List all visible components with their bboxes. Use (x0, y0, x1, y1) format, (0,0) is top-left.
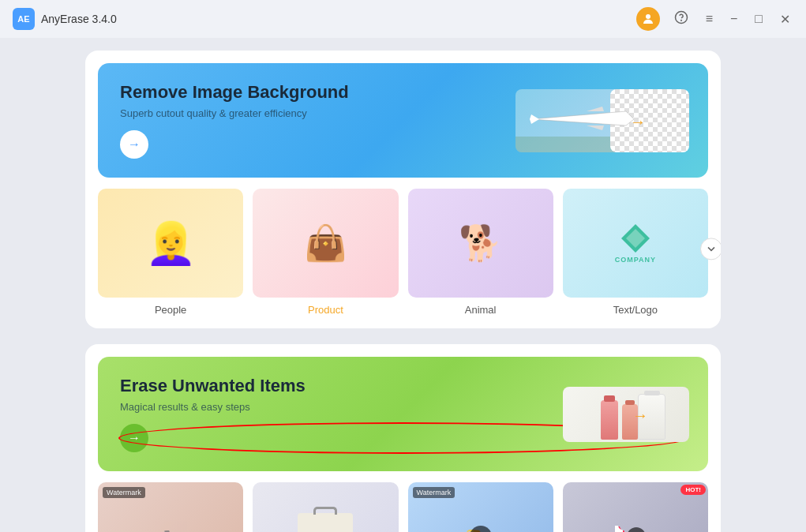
erase-start-button[interactable]: → (120, 424, 148, 452)
avatar[interactable] (636, 7, 660, 31)
cat-thumb-textlogo: COMPANY (563, 189, 708, 298)
company-logo: COMPANY (615, 223, 656, 264)
cat-item-tiktok[interactable]: HOT! ▶ Tok TikTok Logo (563, 482, 708, 532)
remove-background-card: Remove Image Background Superb cutout qu… (85, 51, 721, 328)
menu-button[interactable]: ≡ (703, 10, 716, 28)
video-watermark-badge: Watermark (413, 487, 455, 498)
cat-item-textlogo[interactable]: COMPANY Text/Logo (563, 189, 708, 316)
cat-label-people: People (155, 304, 186, 316)
cat-thumb-animal: 🐕 (408, 189, 553, 298)
erase-items-card: Erase Unwanted Items Magical results & e… (85, 344, 721, 532)
cat-item-animal[interactable]: 🐕 Animal (408, 189, 553, 316)
erase-banner-image: → (515, 383, 689, 446)
titlebar: AE AnyErase 3.4.0 ≡ − □ ✕ (0, 0, 806, 38)
titlebar-controls: ≡ − □ ✕ (636, 7, 793, 31)
svg-point-2 (680, 20, 681, 21)
help-button[interactable] (671, 9, 692, 29)
maximize-button[interactable]: □ (752, 10, 766, 28)
cat-thumb-text: BONJOUR (253, 482, 398, 532)
remove-bg-banner: Remove Image Background Superb cutout qu… (98, 63, 708, 178)
cat-label-product: Product (308, 304, 343, 316)
category-grid: 👱‍♀️ People 👜 Product 🐕 Animal (85, 178, 721, 328)
app-icon: AE (13, 8, 35, 30)
main-content: Remove Image Background Superb cutout qu… (0, 38, 806, 532)
cat-thumb-product: 👜 (253, 189, 398, 298)
cat-item-people[interactable]: 👱‍♀️ People (98, 189, 243, 316)
tiktok-play-icon: ▶ (627, 527, 646, 532)
cat-item-video-watermark[interactable]: Watermark 🏊 ▶ Video Watermark (408, 482, 553, 532)
cat-item-watermark[interactable]: Watermark 🚲 Watermark (98, 482, 243, 532)
watermark-badge: Watermark (103, 487, 145, 498)
erase-category-grid: Watermark 🚲 Watermark BONJOUR Text Wat (85, 471, 721, 532)
app-name: AnyErase 3.4.0 (41, 13, 117, 25)
cat-item-product[interactable]: 👜 Product (253, 189, 398, 316)
cat-thumb-tiktok: HOT! ▶ Tok (563, 482, 708, 532)
minimize-button[interactable]: − (727, 10, 740, 28)
cat-item-text[interactable]: BONJOUR Text (253, 482, 398, 532)
hot-badge: HOT! (680, 485, 706, 495)
remove-bg-start-button[interactable]: → (120, 130, 148, 159)
titlebar-left: AE AnyErase 3.4.0 (13, 8, 117, 30)
arrow-icon: → (128, 431, 141, 445)
cat-thumb-watermark: Watermark 🚲 (98, 482, 243, 532)
cat-label-textlogo: Text/Logo (613, 304, 658, 316)
close-button[interactable]: ✕ (777, 10, 793, 28)
cat-label-animal: Animal (465, 304, 497, 316)
svg-point-0 (646, 14, 650, 19)
cat-thumb-video-watermark: Watermark 🏊 ▶ (408, 482, 553, 532)
arrow-icon: → (128, 137, 141, 152)
bonjour-bag: BONJOUR (298, 513, 353, 532)
erase-banner: Erase Unwanted Items Magical results & e… (98, 357, 708, 471)
cat-thumb-people: 👱‍♀️ (98, 189, 243, 298)
chevron-down-button[interactable] (700, 238, 721, 260)
banner-image: → (515, 89, 689, 152)
